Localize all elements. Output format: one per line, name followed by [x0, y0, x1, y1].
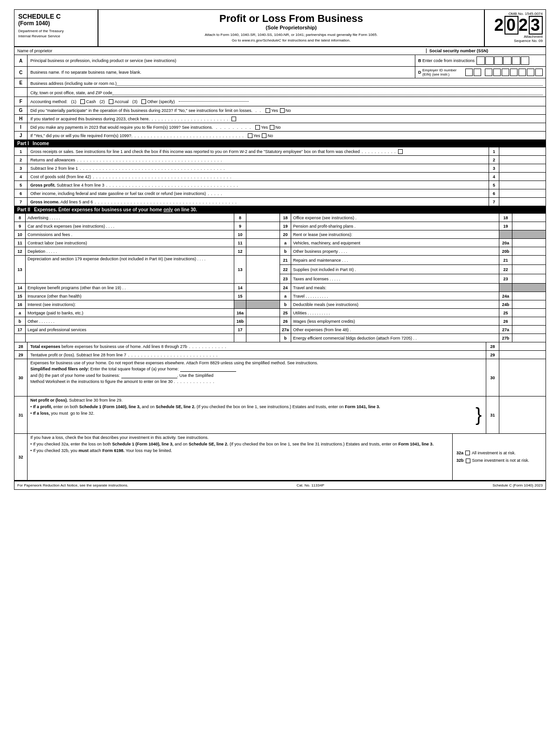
- full-amount-29[interactable]: [499, 351, 546, 359]
- p2-num-14: 14: [14, 284, 26, 292]
- row-num-1: 1: [14, 147, 28, 155]
- p2-ramount-24b[interactable]: [512, 300, 546, 308]
- field-c-content: Business name. If no separate business n…: [28, 67, 415, 78]
- field-e-content: Business address (including suite or roo…: [28, 78, 546, 87]
- amount-7[interactable]: [499, 198, 546, 206]
- amount-4[interactable]: [499, 173, 546, 181]
- p2-ramount-21[interactable]: [512, 256, 546, 264]
- sqft-home-input[interactable]: [180, 367, 236, 372]
- part2-row-14-24hdr: 14 Employee benefit programs (other than…: [14, 284, 546, 292]
- line31-row: 31 Net profit or (loss). Subtract line 3…: [14, 396, 546, 434]
- ein-box-5[interactable]: [502, 69, 509, 76]
- code-boxes: [476, 56, 529, 65]
- address-input[interactable]: [117, 85, 543, 86]
- p2-ramount-24hdr: [512, 284, 546, 292]
- p2-amount-9[interactable]: [246, 222, 280, 230]
- amount-3[interactable]: [499, 164, 546, 172]
- p2-ramount-23[interactable]: [512, 274, 546, 283]
- part2-row-13-21: 13 Depreciation and section 179 expense …: [14, 256, 546, 284]
- other-checkbox[interactable]: [141, 99, 146, 104]
- row-num-4: 4: [14, 173, 28, 181]
- p2-row-22: 22 Supplies (not included in Part III) .…: [280, 265, 546, 274]
- code-box-2[interactable]: [485, 56, 494, 65]
- field-e-city-row: City, town or post office, state, and ZI…: [14, 88, 546, 97]
- city-input[interactable]: [112, 95, 543, 95]
- p2-amount-16a[interactable]: [246, 309, 280, 317]
- i-no-checkbox[interactable]: [270, 125, 274, 130]
- p2-rlabel-24b: Deductible meals (see instructions): [291, 300, 499, 308]
- risk-32a-checkbox[interactable]: [465, 451, 470, 455]
- p2-linenum-9: 9: [234, 222, 246, 230]
- amount-5[interactable]: [499, 181, 546, 189]
- p2-ramount-27b[interactable]: [512, 334, 546, 342]
- p2-rlinenum-22: 22: [499, 265, 512, 274]
- amount-6[interactable]: [499, 189, 546, 197]
- code-box-5[interactable]: [512, 56, 520, 65]
- full-amount-28[interactable]: [499, 342, 546, 350]
- p2-linenum-15: 15: [234, 292, 246, 300]
- cash-checkbox[interactable]: [80, 99, 85, 104]
- p2-amount-13[interactable]: [246, 256, 280, 283]
- p2-amount-10[interactable]: [246, 230, 280, 238]
- p2-linenum-13: 13: [234, 256, 246, 283]
- p2-ramount-20b[interactable]: [512, 247, 546, 255]
- code-box-6[interactable]: [521, 56, 529, 65]
- part2-row-11-20a: 11 Contract labor (see instructions) 11 …: [14, 239, 546, 247]
- p2-ramount-22[interactable]: [512, 265, 546, 274]
- ein-box-4[interactable]: [493, 69, 501, 76]
- ein-box-1[interactable]: [465, 69, 473, 76]
- risk-32b-checkbox[interactable]: [466, 459, 470, 463]
- p2-amount-16b[interactable]: [246, 317, 280, 325]
- part2-row-empty-27b: b Energy efficient commercial bldgs dedu…: [14, 334, 546, 342]
- p2-label-16a: Mortgage (paid to banks, etc.): [26, 309, 234, 317]
- p2-num-10: 10: [14, 230, 26, 238]
- p2-ramount-26[interactable]: [512, 317, 546, 325]
- p2-left-13: 13 Depreciation and section 179 expense …: [14, 256, 280, 283]
- p2-amount-14[interactable]: [246, 284, 280, 292]
- cash-checkbox-group: Cash: [80, 99, 96, 104]
- p2-amount-8[interactable]: [246, 214, 280, 222]
- p2-ramount-24a[interactable]: [512, 292, 546, 300]
- p2-linenum-10: 10: [234, 230, 246, 238]
- p2-amount-11[interactable]: [246, 239, 280, 247]
- p2-amount-15[interactable]: [246, 292, 280, 300]
- accrual-checkbox[interactable]: [109, 99, 113, 104]
- code-box-1[interactable]: [476, 56, 485, 65]
- row-num-6: 6: [14, 189, 28, 197]
- other-specify-input[interactable]: [179, 101, 249, 102]
- amount-2[interactable]: [499, 156, 546, 164]
- full-amount-31[interactable]: [499, 396, 546, 433]
- code-box-3[interactable]: [494, 56, 503, 65]
- p2-ramount-18[interactable]: [512, 214, 546, 222]
- j-no-checkbox[interactable]: [262, 133, 266, 138]
- p2-rnum-26: 26: [280, 317, 291, 325]
- ein-box-3[interactable]: [485, 69, 492, 76]
- p2-ramount-20a[interactable]: [512, 239, 546, 247]
- j-yes-checkbox[interactable]: [248, 133, 252, 138]
- p2-label-11: Contract labor (see instructions): [26, 239, 234, 247]
- header-center: Profit or Loss From Business (Sole Propr…: [98, 10, 485, 46]
- h-checkbox[interactable]: [231, 117, 236, 121]
- p2-ramount-25[interactable]: [512, 309, 546, 317]
- ein-box-8[interactable]: [527, 69, 534, 76]
- ein-box-2[interactable]: [474, 69, 481, 76]
- ein-box-6[interactable]: [510, 69, 518, 76]
- p2-ramount-19[interactable]: [512, 222, 546, 230]
- g-no-checkbox[interactable]: [280, 108, 285, 113]
- p2-amount-12[interactable]: [246, 247, 280, 255]
- code-box-4[interactable]: [503, 56, 511, 65]
- p2-ramount-27a[interactable]: [512, 326, 546, 334]
- p2-rlabel-20hdr: Rent or lease (see instructions):: [291, 230, 499, 238]
- amount-1[interactable]: [499, 147, 546, 155]
- row1-checkbox[interactable]: [398, 149, 403, 154]
- p2-amount-17[interactable]: [246, 326, 280, 334]
- row-content-4: Cost of goods sold (from line 42) . . . …: [28, 173, 489, 181]
- p2-linenum-12: 12: [234, 247, 246, 255]
- ein-box-7[interactable]: [518, 69, 526, 76]
- full-amount-30[interactable]: [499, 359, 546, 396]
- g-yes-checkbox[interactable]: [266, 108, 270, 113]
- i-yes-checkbox[interactable]: [255, 125, 260, 130]
- ein-box-9[interactable]: [535, 69, 543, 76]
- field-h-content: If you started or acquired this business…: [28, 116, 546, 122]
- sqft-business-input[interactable]: [121, 373, 177, 378]
